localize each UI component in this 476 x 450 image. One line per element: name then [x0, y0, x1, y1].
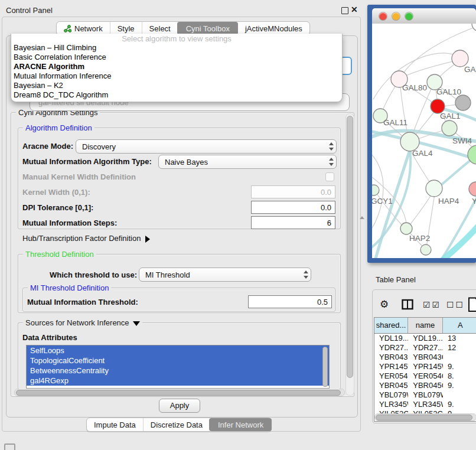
tab-style[interactable]: Style: [110, 22, 142, 35]
algorithm-option-dream8-dc-tdc-algorithm[interactable]: Dream8 DC_TDC Algorithm: [11, 90, 342, 100]
bottom-tab-infer-network[interactable]: Infer Network: [209, 418, 272, 431]
table-row[interactable]: YBR045CYBR045C9.: [374, 381, 476, 390]
column-header-name[interactable]: name: [408, 318, 443, 333]
algorithm-option-aracne-algorithm[interactable]: ARACNE Algorithm: [11, 62, 342, 71]
aracne-mode-combo[interactable]: Discovery: [76, 139, 337, 154]
table-cell[interactable]: YBR045C: [408, 381, 443, 390]
table-cell[interactable]: YER054C: [408, 371, 443, 381]
table-cell[interactable]: YBR043C: [408, 353, 443, 362]
table-cell[interactable]: YDL19...: [374, 334, 408, 343]
close-icon[interactable]: ✕: [351, 5, 358, 14]
algorithm-option-bayesian-k2[interactable]: Bayesian – K2: [11, 81, 342, 90]
attributes-list-scrollbar-thumb[interactable]: [322, 347, 328, 387]
deselect-all-checkboxes-icon[interactable]: ☐☐: [446, 300, 465, 309]
algorithm-option-bayesian-hill-climbing[interactable]: Bayesian – Hill Climbing: [11, 43, 342, 53]
table-row[interactable]: YPR145WYPR145W9.: [374, 362, 476, 371]
bottom-tab-impute-data[interactable]: Impute Data: [87, 418, 143, 431]
network-node-gcy1[interactable]: [372, 185, 379, 195]
gear-icon[interactable]: ⚙: [380, 298, 389, 311]
window-close-icon[interactable]: [379, 12, 387, 20]
algorithm-option-basic-correlation-inference[interactable]: Basic Correlation Inference: [11, 53, 342, 62]
column-header-a[interactable]: A: [443, 318, 476, 333]
table-cell[interactable]: [443, 353, 476, 362]
table-cell[interactable]: YLR345W: [374, 400, 408, 409]
tab-select[interactable]: Select: [142, 22, 178, 35]
network-node-label: HAP2: [409, 234, 430, 243]
mi-threshold-group-title: MI Threshold Definition: [28, 283, 111, 292]
table-cell[interactable]: YDR27...: [408, 343, 443, 353]
attribute-item-gal4rgexp[interactable]: gal4RGexp: [27, 376, 329, 386]
mi-threshold-field[interactable]: 0.5: [248, 295, 332, 308]
table-cell[interactable]: 9.: [443, 400, 476, 409]
column-layout-icon[interactable]: [402, 299, 413, 311]
dpi-tolerance-field[interactable]: 0.0: [251, 201, 335, 214]
mi-steps-field[interactable]: 6: [251, 216, 335, 229]
network-node-label: GAL11: [383, 118, 407, 127]
network-node[interactable]: [455, 95, 471, 110]
tab-jactivemnodules[interactable]: jActiveMNodules: [237, 22, 309, 35]
apply-button[interactable]: Apply: [159, 399, 200, 413]
control-panel-title: Control Panel: [6, 6, 53, 15]
splitter-handle[interactable]: [360, 216, 364, 219]
table-cell[interactable]: 13: [443, 334, 476, 343]
table-cell[interactable]: 8.: [443, 371, 476, 381]
table-row[interactable]: YER054CYER054C8.: [374, 371, 476, 381]
settings-horizontal-scrollbar-thumb[interactable]: [16, 390, 341, 396]
select-all-checkboxes-icon[interactable]: ☑☑: [423, 300, 441, 309]
minimized-panel-icon[interactable]: [4, 444, 15, 450]
table-row[interactable]: YDL19...YDL19...13: [374, 334, 476, 343]
document-icon[interactable]: [468, 297, 476, 312]
settings-vertical-scrollbar-thumb[interactable]: [347, 116, 353, 378]
network-node[interactable]: [420, 244, 431, 255]
network-node-label: Y: [472, 197, 476, 206]
table-row[interactable]: YBR043CYBR043C: [374, 353, 476, 362]
bottom-tab-discretize-data[interactable]: Discretize Data: [143, 418, 210, 431]
column-header-shared[interactable]: shared...: [374, 318, 408, 333]
kernel-width-field[interactable]: 0.0: [251, 185, 335, 198]
node-table: shared...nameA YDL19...YDL19...13YDR27..…: [374, 317, 476, 422]
mi-type-combo[interactable]: Naive Bayes: [158, 155, 337, 169]
table-cell[interactable]: YER054C: [374, 371, 408, 381]
network-node-y[interactable]: [469, 182, 476, 196]
table-cell[interactable]: [443, 390, 476, 400]
table-horizontal-scrollbar-thumb[interactable]: [376, 415, 472, 420]
attribute-item-betweennesscentrality[interactable]: BetweennessCentrality: [27, 366, 329, 376]
which-threshold-combo[interactable]: MI Threshold: [139, 268, 311, 282]
table-cell[interactable]: YPR145W: [374, 362, 408, 371]
table-cell[interactable]: YBL079W: [374, 390, 408, 400]
table-cell[interactable]: YBL079W: [408, 390, 443, 400]
table-row[interactable]: YDR27...YDR27...12: [374, 343, 476, 353]
window-minimize-icon[interactable]: [392, 12, 400, 20]
network-node-hap4[interactable]: [426, 180, 442, 197]
table-cell[interactable]: YDL19...: [408, 334, 443, 343]
manual-kernel-checkbox[interactable]: [325, 172, 334, 181]
table-cell[interactable]: YLR345W: [408, 400, 443, 409]
network-window-titlebar[interactable]: [372, 8, 476, 24]
mi-type-value: Naive Bayes: [165, 158, 208, 167]
tab-network[interactable]: Network: [57, 22, 110, 35]
table-cell[interactable]: YBR043C: [374, 353, 408, 362]
network-node-hap2[interactable]: [400, 223, 412, 234]
network-node[interactable]: [472, 24, 476, 31]
table-row[interactable]: YLR345WYLR345W9.: [374, 400, 476, 409]
hub-expander[interactable]: Hub/Transcription Factor Definition: [22, 234, 150, 243]
window-zoom-icon[interactable]: [405, 12, 413, 20]
mi-type-label: Mutual Information Algorithm Type:: [22, 157, 152, 166]
table-row[interactable]: YBL079WYBL079W: [374, 390, 476, 400]
table-cell[interactable]: YBR045C: [374, 381, 408, 390]
algorithm-option-mutual-information-inference[interactable]: Mutual Information Inference: [11, 71, 342, 81]
table-cell[interactable]: YDR27...: [374, 343, 408, 353]
mi-threshold-label: Mutual Information Threshold:: [27, 298, 138, 306]
tab-cyni-toolbox[interactable]: Cyni Toolbox: [177, 22, 238, 35]
table-horizontal-scrollbar: [374, 413, 476, 421]
attribute-item-selfloops[interactable]: SelfLoops: [27, 345, 329, 356]
network-node[interactable]: [442, 120, 457, 136]
float-window-icon[interactable]: [341, 7, 348, 14]
network-node-gal[interactable]: [452, 50, 468, 67]
network-view[interactable]: GALGAL80GAL10GAL1GAL11SWI4GAL4GCY1HAP4YH…: [372, 24, 476, 258]
table-cell[interactable]: 12: [443, 343, 476, 353]
attribute-item-topologicalcoefficient[interactable]: TopologicalCoefficient: [27, 356, 329, 366]
table-cell[interactable]: 9.: [443, 381, 476, 390]
table-cell[interactable]: 9.: [443, 362, 476, 371]
table-cell[interactable]: YPR145W: [408, 362, 443, 371]
